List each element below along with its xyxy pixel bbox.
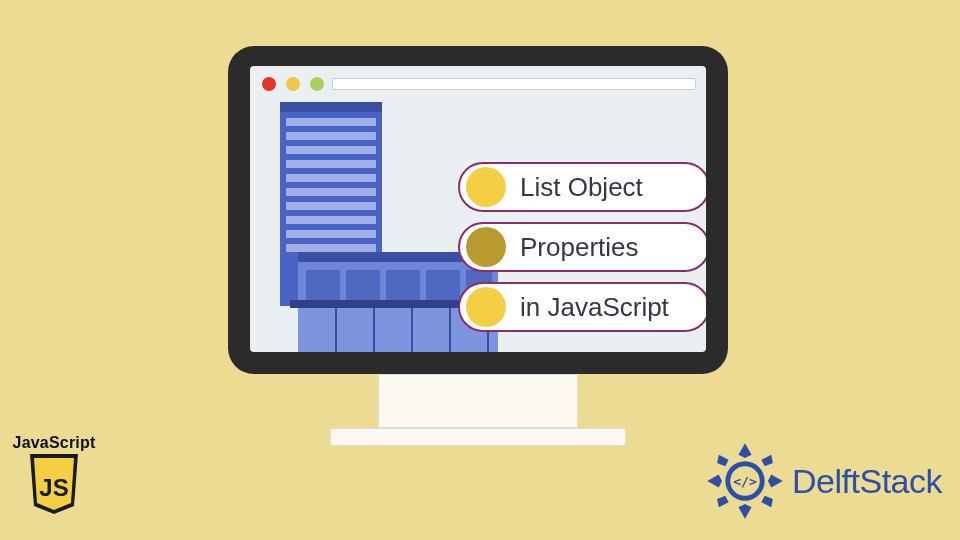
maximize-icon — [310, 77, 324, 91]
pill-label: in JavaScript — [520, 292, 669, 323]
pill-item: List Object — [458, 162, 706, 212]
svg-rect-9 — [286, 216, 376, 224]
svg-rect-1 — [280, 102, 382, 112]
svg-rect-4 — [286, 146, 376, 154]
pill-label: List Object — [520, 172, 643, 203]
svg-rect-15 — [346, 270, 380, 300]
javascript-logo-label: JavaScript — [6, 434, 102, 452]
browser-chrome-bar — [260, 74, 696, 94]
svg-rect-16 — [386, 270, 420, 300]
monitor-stand-neck — [378, 374, 578, 428]
monitor-bezel: List Object Properties in JavaScript — [228, 46, 728, 374]
js-shield-icon: JS — [26, 454, 82, 516]
svg-rect-17 — [426, 270, 460, 300]
js-initials: JS — [39, 474, 68, 501]
svg-rect-2 — [286, 118, 376, 126]
svg-rect-6 — [286, 174, 376, 182]
javascript-logo: JavaScript JS — [6, 434, 102, 520]
svg-rect-7 — [286, 188, 376, 196]
svg-rect-11 — [286, 244, 376, 252]
pill-label: Properties — [520, 232, 639, 263]
bullet-icon — [466, 227, 506, 267]
monitor-illustration: List Object Properties in JavaScript — [228, 46, 728, 446]
minimize-icon — [286, 77, 300, 91]
close-icon — [262, 77, 276, 91]
code-glyph: </> — [733, 474, 757, 489]
title-pill-list: List Object Properties in JavaScript — [458, 162, 706, 332]
traffic-lights — [262, 77, 324, 91]
delftstack-logo-icon: </> — [704, 440, 786, 522]
url-bar — [332, 78, 696, 90]
bullet-icon — [466, 287, 506, 327]
svg-rect-5 — [286, 160, 376, 168]
svg-rect-8 — [286, 202, 376, 210]
monitor-stand-base — [330, 428, 626, 446]
pill-item: in JavaScript — [458, 282, 706, 332]
delftstack-wordmark: DelftStack — [792, 462, 942, 501]
bullet-icon — [466, 167, 506, 207]
monitor-screen: List Object Properties in JavaScript — [250, 66, 706, 352]
svg-rect-10 — [286, 230, 376, 238]
svg-rect-14 — [306, 270, 340, 300]
pill-item: Properties — [458, 222, 706, 272]
svg-rect-3 — [286, 132, 376, 140]
delftstack-brand: </> DelftStack — [704, 440, 942, 522]
